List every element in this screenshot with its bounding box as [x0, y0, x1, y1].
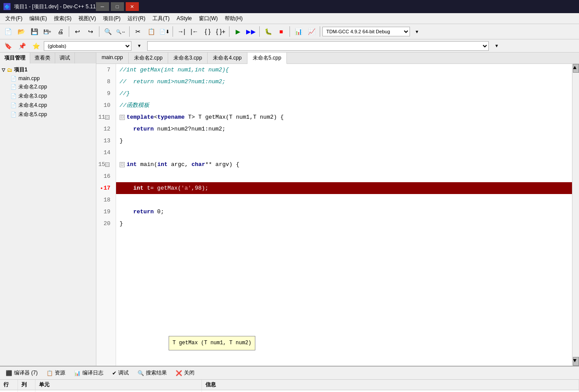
sidebar-tab-debug[interactable]: 调试: [55, 53, 75, 64]
sidebar-item-unnamed4[interactable]: 📄 未命名4.cpp: [2, 101, 94, 110]
save-button[interactable]: 💾: [28, 25, 40, 38]
code-view[interactable]: 7 8 9 10 11 □ 12 13 14 15 □ 16 17 18 19 …: [96, 64, 579, 366]
col-row: 行: [0, 380, 18, 390]
paste-button[interactable]: 📄⬇: [158, 25, 170, 38]
close-tab-label: 关闭: [184, 369, 194, 377]
globals-combo-arrow[interactable]: ▼: [133, 40, 145, 52]
bookmark-button[interactable]: 🔖: [2, 40, 14, 52]
menu-file[interactable]: 文件(F): [2, 14, 26, 23]
sidebar-item-unnamed5[interactable]: 📄 未命名5.cpp: [2, 110, 94, 119]
redo-button[interactable]: ↪: [85, 25, 97, 38]
code-line-14: [116, 147, 572, 159]
bookmark2-button[interactable]: 📌: [16, 40, 28, 52]
sidebar-item-unnamed3[interactable]: 📄 未命名3.cpp: [2, 92, 94, 101]
scrollbar-vertical[interactable]: ▲ ▼: [572, 64, 579, 366]
scope-combo-arrow[interactable]: ▼: [491, 40, 503, 52]
menu-help[interactable]: 帮助(H): [221, 14, 246, 23]
col-msg: 信息: [201, 380, 579, 390]
linenum-20: 20: [96, 218, 113, 230]
tab-unnamed2[interactable]: 未命名2.cpp: [129, 53, 168, 64]
code-tooltip: T getMax (T num1, T num2): [169, 336, 255, 350]
tab-main[interactable]: main.cpp: [96, 53, 129, 64]
menu-window[interactable]: 窗口(W): [195, 14, 221, 23]
cut-button[interactable]: ✂: [132, 25, 144, 38]
stop-button[interactable]: ■: [275, 25, 287, 38]
bottom-tab-search[interactable]: 🔍 搜索结果: [134, 367, 171, 378]
linenum-8: 8: [96, 76, 113, 88]
log-tab-label: 编译日志: [82, 369, 103, 377]
compiler-combo[interactable]: TDM-GCC 4.9.2 64-bit Debug: [322, 27, 410, 36]
code-comment-10: //函数模板: [120, 99, 149, 111]
open-button[interactable]: 📂: [15, 25, 27, 38]
code-line-17: int t= getMax('a',98);: [116, 182, 572, 194]
fold-btn-11[interactable]: □: [120, 115, 125, 120]
title-text: 项目1 - [项目1.dev] - Dev-C++ 5.11: [14, 3, 96, 11]
scrollbar-up-arrow[interactable]: ▲: [573, 64, 579, 73]
close-button[interactable]: ✕: [126, 2, 139, 11]
linenum-19: 19: [96, 206, 113, 218]
linenum-11: 11 □: [96, 111, 113, 123]
sidebar-item-unnamed2[interactable]: 📄 未命名2.cpp: [2, 82, 94, 92]
unindent-button[interactable]: |←: [188, 25, 201, 38]
resources-tab-icon: 📋: [46, 370, 53, 376]
print-button[interactable]: 🖨: [54, 25, 67, 38]
menu-view[interactable]: 视图(V): [75, 14, 99, 23]
tab-unnamed3[interactable]: 未命名3.cpp: [168, 53, 208, 64]
menu-astyle[interactable]: AStyle: [173, 14, 195, 22]
sidebar-item-main[interactable]: 📄 main.cpp: [2, 74, 94, 82]
save-all-button[interactable]: 💾+: [41, 25, 53, 38]
sidebar-tabs: 项目管理 查看类 调试: [0, 53, 96, 64]
comment-button[interactable]: { }: [201, 25, 214, 38]
run-button[interactable]: ▶▶: [245, 25, 257, 38]
find-button[interactable]: 🔍: [102, 25, 114, 38]
new-button[interactable]: 📄: [2, 25, 14, 38]
close-tab-icon: ❌: [176, 370, 182, 376]
tab-unnamed4[interactable]: 未命名4.cpp: [208, 53, 247, 64]
profile-button[interactable]: 📈: [305, 25, 318, 38]
scope-combo[interactable]: [147, 41, 489, 51]
sidebar-tab-project[interactable]: 项目管理: [0, 53, 30, 64]
toolbar: 📄 📂 💾 💾+ 🖨 ↩ ↪ 🔍 🔍↔ ✂ 📋 📄⬇ →| |← { } { }…: [0, 24, 579, 39]
menu-search[interactable]: 搜索(S): [50, 14, 75, 23]
error-row-0[interactable]: D:\红泥巴\我的课程体系\ (信息奥赛) 课程体系\...In functio…: [0, 390, 579, 392]
project-name: 项目1: [14, 66, 28, 74]
code-content[interactable]: //int getMax(int num1,int num2){ // retu…: [116, 64, 572, 366]
compile-button[interactable]: ▶: [232, 25, 244, 38]
error-table-area[interactable]: 行 列 单元 信息 D:\红泥巴\我的课程体系\ (信息奥赛) 课程体系\...…: [0, 380, 579, 392]
bottom-tab-close[interactable]: ❌ 关闭: [172, 367, 198, 378]
maximize-button[interactable]: □: [111, 2, 124, 11]
bottom-tab-compiler[interactable]: ⬛ 编译器 (7): [2, 367, 42, 378]
copy-button[interactable]: 📋: [145, 25, 157, 38]
code-line-16: [116, 170, 572, 182]
toolbar-separator-7: [290, 26, 290, 37]
minimize-button[interactable]: ─: [96, 2, 109, 11]
tab-unnamed5[interactable]: 未命名5.cpp: [247, 53, 287, 64]
globals-combo[interactable]: (globals): [44, 41, 131, 51]
undo-button[interactable]: ↩: [71, 25, 84, 38]
chart-button[interactable]: 📊: [292, 25, 304, 38]
uncomment-button[interactable]: { }+: [215, 25, 227, 38]
bottom-tab-resources[interactable]: 📋 资源: [42, 367, 69, 378]
error-table: 行 列 单元 信息 D:\红泥巴\我的课程体系\ (信息奥赛) 课程体系\...…: [0, 380, 579, 392]
code-line-19: return 0;: [116, 206, 572, 218]
menu-run[interactable]: 运行(R): [124, 14, 149, 23]
sidebar-tab-class[interactable]: 查看类: [30, 53, 55, 64]
menu-tools[interactable]: 工具(T): [149, 14, 173, 23]
scrollbar-down-arrow[interactable]: ▼: [573, 357, 579, 366]
code-line-9: //}: [116, 88, 572, 99]
error-cell-unit-0: D:\红泥巴\我的课程体系\ (信息奥赛) 课程体系\...: [35, 390, 201, 392]
error-cell-col-0: [18, 390, 35, 392]
bookmark3-button[interactable]: ⭐: [30, 40, 42, 52]
filename-unnamed4: 未命名4.cpp: [18, 102, 47, 109]
fold-btn-15[interactable]: □: [120, 162, 125, 167]
bottom-tab-log[interactable]: 📊 编译日志: [70, 367, 107, 378]
bottom-tab-debug[interactable]: ✔ 调试: [108, 367, 133, 378]
debug-button[interactable]: 🐛: [262, 25, 274, 38]
find-replace-button[interactable]: 🔍↔: [115, 25, 127, 38]
compiler-combo-arrow[interactable]: ▼: [411, 25, 423, 38]
toolbar-separator-3: [129, 26, 130, 37]
menu-project[interactable]: 项目(P): [99, 14, 124, 23]
menu-edit[interactable]: 编辑(E): [26, 14, 50, 23]
indent-button[interactable]: →|: [175, 25, 187, 38]
col-col: 列: [18, 380, 35, 390]
